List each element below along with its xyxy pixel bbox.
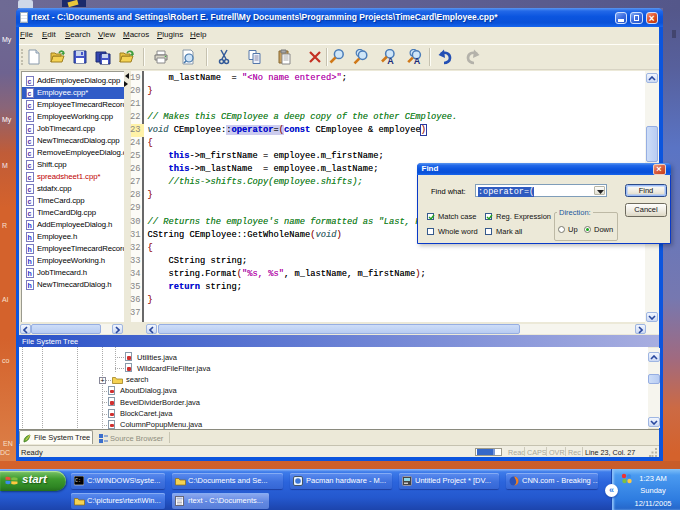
svg-text:C:: C: [75,478,81,484]
svg-text:A: A [387,56,394,66]
svg-text:A: A [414,56,421,66]
